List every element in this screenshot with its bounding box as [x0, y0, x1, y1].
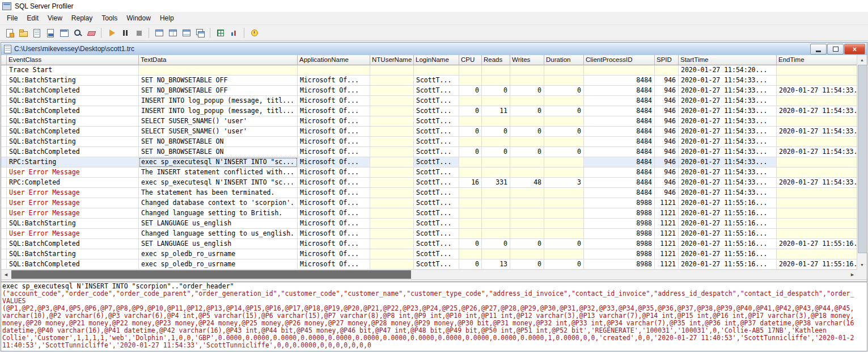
- cell-eventClass[interactable]: Trace Start: [7, 65, 139, 76]
- cell-cpu[interactable]: [459, 198, 482, 208]
- cell-eventClass[interactable]: SQL:BatchStarting: [7, 116, 139, 127]
- cell-cpu[interactable]: 0: [459, 86, 482, 96]
- cell-cpu[interactable]: 0: [459, 127, 482, 137]
- scroll-left-icon[interactable]: [1, 270, 11, 279]
- cell-writes[interactable]: 0: [510, 239, 544, 249]
- cell-loginName[interactable]: ScottT...: [414, 239, 459, 249]
- cell-applicationName[interactable]: [298, 65, 370, 76]
- row-margin[interactable]: [1, 127, 7, 137]
- cell-applicationName[interactable]: Microsoft Of...: [298, 76, 370, 86]
- cell-loginName[interactable]: ScottT...: [414, 198, 459, 208]
- trace-row[interactable]: User Error MessageChanged database conte…: [1, 198, 857, 208]
- cell-writes[interactable]: [510, 65, 544, 76]
- trace-row[interactable]: User Error MessageThe statement has been…: [1, 188, 857, 198]
- cell-spid[interactable]: 946: [655, 157, 679, 167]
- cell-clientProcessId[interactable]: 8484: [584, 188, 655, 198]
- cascade-windows-button[interactable]: [193, 27, 206, 39]
- cell-applicationName[interactable]: Microsoft Of...: [298, 239, 370, 249]
- cell-spid[interactable]: 946: [655, 127, 679, 137]
- menu-edit[interactable]: Edit: [22, 12, 43, 24]
- cell-endTime[interactable]: 2020-01-27 11:54:33...: [777, 127, 857, 137]
- cell-endTime[interactable]: 2020-01-27 11:54:33...: [777, 147, 857, 157]
- cell-ntUserName[interactable]: [370, 106, 414, 116]
- cell-textData[interactable]: The INSERT statement conflicted with...: [139, 167, 298, 178]
- cell-spid[interactable]: 946: [655, 86, 679, 96]
- cell-endTime[interactable]: [777, 137, 857, 147]
- cell-startTime[interactable]: 2020-01-27 11:54:33...: [679, 106, 777, 116]
- cell-endTime[interactable]: [777, 198, 857, 208]
- close-button[interactable]: ×: [844, 44, 865, 55]
- cell-writes[interactable]: 0: [510, 259, 544, 270]
- cell-cpu[interactable]: [459, 167, 482, 178]
- cell-reads[interactable]: 0: [482, 147, 510, 157]
- cell-writes[interactable]: 0: [510, 86, 544, 96]
- cell-reads[interactable]: 331: [482, 178, 510, 188]
- cell-eventClass[interactable]: User Error Message: [7, 229, 139, 239]
- cell-clientProcessId[interactable]: 8484: [584, 106, 655, 116]
- cell-loginName[interactable]: ScottT...: [414, 76, 459, 86]
- cell-clientProcessId[interactable]: 8484: [584, 137, 655, 147]
- column-header-spid[interactable]: SPID: [655, 55, 679, 65]
- cell-textData[interactable]: The statement has been terminated.: [139, 188, 298, 198]
- cell-eventClass[interactable]: SQL:BatchCompleted: [7, 259, 139, 270]
- cell-clientProcessId[interactable]: 8484: [584, 157, 655, 167]
- cell-textData[interactable]: Changed language setting to us_english.: [139, 229, 298, 239]
- grid-body[interactable]: Trace Start2020-01-27 11:54:20...SQL:Bat…: [1, 65, 857, 270]
- cell-reads[interactable]: 11: [482, 106, 510, 116]
- cell-endTime[interactable]: [777, 116, 857, 127]
- cell-loginName[interactable]: ScottT...: [414, 219, 459, 229]
- cell-loginName[interactable]: ScottT...: [414, 259, 459, 270]
- cell-cpu[interactable]: [459, 219, 482, 229]
- row-margin[interactable]: [1, 208, 7, 219]
- cell-startTime[interactable]: 2020-01-27 11:54:20...: [679, 65, 777, 76]
- cell-writes[interactable]: 0: [510, 147, 544, 157]
- trace-row[interactable]: SQL:BatchCompletedSELECT SUSER_SNAME() '…: [1, 127, 857, 137]
- cell-eventClass[interactable]: SQL:BatchCompleted: [7, 127, 139, 137]
- cell-eventClass[interactable]: SQL:BatchStarting: [7, 219, 139, 229]
- cell-duration[interactable]: 0: [544, 106, 584, 116]
- row-margin[interactable]: [1, 96, 7, 106]
- cell-applicationName[interactable]: Microsoft Of...: [298, 259, 370, 270]
- column-header-reads[interactable]: Reads: [482, 55, 510, 65]
- cell-spid[interactable]: [655, 65, 679, 76]
- cell-eventClass[interactable]: SQL:BatchCompleted: [7, 147, 139, 157]
- cell-loginName[interactable]: ScottT...: [414, 188, 459, 198]
- cell-reads[interactable]: [482, 208, 510, 219]
- cell-textData[interactable]: SET LANGUAGE us_english: [139, 219, 298, 229]
- cell-spid[interactable]: 1121: [655, 219, 679, 229]
- cell-cpu[interactable]: 16: [459, 178, 482, 188]
- cell-cpu[interactable]: [459, 249, 482, 259]
- cell-endTime[interactable]: 2020-01-27 11:54:33...: [777, 178, 857, 188]
- cell-duration[interactable]: [544, 96, 584, 106]
- cell-reads[interactable]: [482, 229, 510, 239]
- trace-row[interactable]: RPC:Completedexec sp_executesql N'INSERT…: [1, 178, 857, 188]
- cell-textData[interactable]: SET LANGUAGE us_english: [139, 239, 298, 249]
- cell-eventClass[interactable]: User Error Message: [7, 198, 139, 208]
- cell-startTime[interactable]: 2020-01-27 11:54:33...: [679, 167, 777, 178]
- cell-duration[interactable]: 0: [544, 239, 584, 249]
- column-header-startTime[interactable]: StartTime: [679, 55, 777, 65]
- cell-eventClass[interactable]: SQL:BatchStarting: [7, 96, 139, 106]
- cell-loginName[interactable]: ScottT...: [414, 157, 459, 167]
- menu-file[interactable]: File: [2, 12, 22, 24]
- row-margin[interactable]: [1, 219, 7, 229]
- cell-spid[interactable]: 1121: [655, 208, 679, 219]
- clear-trace-button[interactable]: [84, 27, 98, 39]
- vertical-scroll-thumb[interactable]: [858, 65, 867, 253]
- cell-spid[interactable]: 1121: [655, 229, 679, 239]
- column-header-cpu[interactable]: CPU: [459, 55, 482, 65]
- cell-ntUserName[interactable]: [370, 167, 414, 178]
- cell-eventClass[interactable]: RPC:Completed: [7, 178, 139, 188]
- row-margin[interactable]: [1, 249, 7, 259]
- cell-writes[interactable]: [510, 137, 544, 147]
- cell-loginName[interactable]: ScottT...: [414, 208, 459, 219]
- cell-spid[interactable]: 946: [655, 76, 679, 86]
- cell-textData[interactable]: SET NO_BROWSETABLE OFF: [139, 76, 298, 86]
- tile-vertical-button[interactable]: [180, 27, 193, 39]
- cell-endTime[interactable]: [777, 208, 857, 219]
- cell-writes[interactable]: [510, 198, 544, 208]
- cell-cpu[interactable]: [459, 157, 482, 167]
- cell-eventClass[interactable]: SQL:BatchCompleted: [7, 86, 139, 96]
- trace-row[interactable]: User Error MessageThe INSERT statement c…: [1, 167, 857, 178]
- cell-writes[interactable]: [510, 208, 544, 219]
